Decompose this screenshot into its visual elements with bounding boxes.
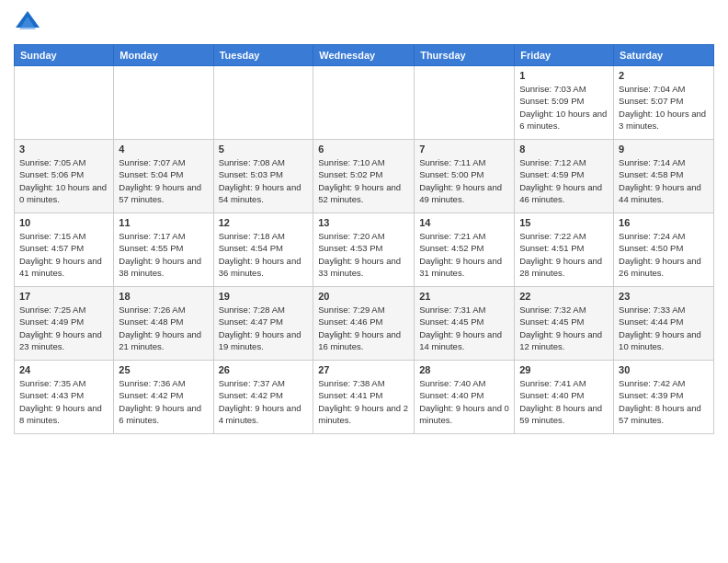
calendar-cell: 28Sunrise: 7:40 AM Sunset: 4:40 PM Dayli… (415, 361, 515, 434)
calendar: SundayMondayTuesdayWednesdayThursdayFrid… (14, 44, 714, 434)
day-info: Sunrise: 7:40 AM Sunset: 4:40 PM Dayligh… (419, 377, 509, 426)
day-info: Sunrise: 7:26 AM Sunset: 4:48 PM Dayligh… (119, 304, 208, 352)
day-number: 14 (419, 217, 509, 228)
day-number: 27 (318, 364, 409, 375)
calendar-cell: 18Sunrise: 7:26 AM Sunset: 4:48 PM Dayli… (114, 287, 213, 361)
day-info: Sunrise: 7:36 AM Sunset: 4:42 PM Dayligh… (119, 377, 208, 426)
day-number: 6 (318, 144, 409, 155)
day-info: Sunrise: 7:15 AM Sunset: 4:57 PM Dayligh… (19, 230, 108, 279)
calendar-cell: 9Sunrise: 7:14 AM Sunset: 4:58 PM Daylig… (614, 140, 714, 213)
calendar-header-row: SundayMondayTuesdayWednesdayThursdayFrid… (15, 45, 714, 66)
calendar-week-5: 24Sunrise: 7:35 AM Sunset: 4:43 PM Dayli… (15, 361, 714, 434)
day-number: 3 (19, 144, 108, 155)
logo-icon (14, 9, 41, 37)
calendar-cell: 12Sunrise: 7:18 AM Sunset: 4:54 PM Dayli… (213, 213, 313, 287)
day-number: 2 (619, 70, 709, 81)
calendar-cell (114, 66, 213, 140)
day-info: Sunrise: 7:42 AM Sunset: 4:39 PM Dayligh… (619, 377, 709, 426)
day-number: 11 (119, 217, 208, 228)
day-info: Sunrise: 7:35 AM Sunset: 4:43 PM Dayligh… (19, 377, 108, 426)
day-info: Sunrise: 7:24 AM Sunset: 4:50 PM Dayligh… (619, 230, 709, 279)
calendar-header-saturday: Saturday (614, 45, 714, 66)
day-number: 24 (19, 364, 108, 375)
calendar-week-3: 10Sunrise: 7:15 AM Sunset: 4:57 PM Dayli… (15, 213, 714, 287)
header (14, 9, 714, 37)
day-number: 22 (519, 291, 609, 302)
day-info: Sunrise: 7:32 AM Sunset: 4:45 PM Dayligh… (519, 304, 609, 352)
day-number: 16 (619, 217, 709, 228)
calendar-cell (415, 66, 515, 140)
calendar-cell: 1Sunrise: 7:03 AM Sunset: 5:09 PM Daylig… (515, 66, 614, 140)
calendar-cell: 22Sunrise: 7:32 AM Sunset: 4:45 PM Dayli… (515, 287, 614, 361)
day-info: Sunrise: 7:05 AM Sunset: 5:06 PM Dayligh… (19, 156, 108, 205)
day-info: Sunrise: 7:07 AM Sunset: 5:04 PM Dayligh… (119, 156, 208, 205)
calendar-cell: 7Sunrise: 7:11 AM Sunset: 5:00 PM Daylig… (415, 140, 515, 213)
day-info: Sunrise: 7:14 AM Sunset: 4:58 PM Dayligh… (619, 156, 709, 205)
day-info: Sunrise: 7:04 AM Sunset: 5:07 PM Dayligh… (619, 83, 709, 132)
calendar-cell: 6Sunrise: 7:10 AM Sunset: 5:02 PM Daylig… (313, 140, 415, 213)
day-number: 5 (219, 144, 309, 155)
calendar-cell: 29Sunrise: 7:41 AM Sunset: 4:40 PM Dayli… (515, 361, 614, 434)
day-number: 18 (119, 291, 208, 302)
day-number: 8 (519, 144, 609, 155)
calendar-cell (15, 66, 114, 140)
day-info: Sunrise: 7:22 AM Sunset: 4:51 PM Dayligh… (519, 230, 609, 279)
calendar-cell: 14Sunrise: 7:21 AM Sunset: 4:52 PM Dayli… (415, 213, 515, 287)
calendar-cell: 11Sunrise: 7:17 AM Sunset: 4:55 PM Dayli… (114, 213, 213, 287)
day-info: Sunrise: 7:08 AM Sunset: 5:03 PM Dayligh… (219, 156, 309, 205)
day-number: 12 (219, 217, 309, 228)
day-number: 25 (119, 364, 208, 375)
calendar-header-thursday: Thursday (415, 45, 515, 66)
calendar-cell: 16Sunrise: 7:24 AM Sunset: 4:50 PM Dayli… (614, 213, 714, 287)
day-number: 9 (619, 144, 709, 155)
calendar-cell: 4Sunrise: 7:07 AM Sunset: 5:04 PM Daylig… (114, 140, 213, 213)
calendar-cell: 8Sunrise: 7:12 AM Sunset: 4:59 PM Daylig… (515, 140, 614, 213)
calendar-cell: 17Sunrise: 7:25 AM Sunset: 4:49 PM Dayli… (15, 287, 114, 361)
calendar-header-sunday: Sunday (15, 45, 114, 66)
day-info: Sunrise: 7:18 AM Sunset: 4:54 PM Dayligh… (219, 230, 309, 279)
calendar-cell: 30Sunrise: 7:42 AM Sunset: 4:39 PM Dayli… (614, 361, 714, 434)
day-info: Sunrise: 7:03 AM Sunset: 5:09 PM Dayligh… (519, 83, 609, 132)
calendar-cell: 13Sunrise: 7:20 AM Sunset: 4:53 PM Dayli… (313, 213, 415, 287)
day-number: 26 (219, 364, 309, 375)
day-info: Sunrise: 7:20 AM Sunset: 4:53 PM Dayligh… (318, 230, 409, 279)
day-number: 10 (19, 217, 108, 228)
day-info: Sunrise: 7:31 AM Sunset: 4:45 PM Dayligh… (419, 304, 509, 352)
calendar-cell: 24Sunrise: 7:35 AM Sunset: 4:43 PM Dayli… (15, 361, 114, 434)
day-number: 29 (519, 364, 609, 375)
calendar-cell: 27Sunrise: 7:38 AM Sunset: 4:41 PM Dayli… (313, 361, 415, 434)
day-number: 21 (419, 291, 509, 302)
calendar-cell: 3Sunrise: 7:05 AM Sunset: 5:06 PM Daylig… (15, 140, 114, 213)
day-info: Sunrise: 7:41 AM Sunset: 4:40 PM Dayligh… (519, 377, 609, 426)
calendar-cell: 5Sunrise: 7:08 AM Sunset: 5:03 PM Daylig… (213, 140, 313, 213)
day-number: 7 (419, 144, 509, 155)
calendar-cell: 20Sunrise: 7:29 AM Sunset: 4:46 PM Dayli… (313, 287, 415, 361)
day-number: 13 (318, 217, 409, 228)
calendar-cell: 2Sunrise: 7:04 AM Sunset: 5:07 PM Daylig… (614, 66, 714, 140)
calendar-cell (313, 66, 415, 140)
calendar-header-monday: Monday (114, 45, 213, 66)
logo (14, 9, 45, 37)
calendar-cell: 23Sunrise: 7:33 AM Sunset: 4:44 PM Dayli… (614, 287, 714, 361)
calendar-week-2: 3Sunrise: 7:05 AM Sunset: 5:06 PM Daylig… (15, 140, 714, 213)
calendar-cell: 21Sunrise: 7:31 AM Sunset: 4:45 PM Dayli… (415, 287, 515, 361)
day-info: Sunrise: 7:29 AM Sunset: 4:46 PM Dayligh… (318, 304, 409, 352)
calendar-header-tuesday: Tuesday (213, 45, 313, 66)
calendar-week-1: 1Sunrise: 7:03 AM Sunset: 5:09 PM Daylig… (15, 66, 714, 140)
day-info: Sunrise: 7:17 AM Sunset: 4:55 PM Dayligh… (119, 230, 208, 279)
calendar-cell: 10Sunrise: 7:15 AM Sunset: 4:57 PM Dayli… (15, 213, 114, 287)
day-info: Sunrise: 7:37 AM Sunset: 4:42 PM Dayligh… (219, 377, 309, 426)
day-number: 1 (519, 70, 609, 81)
day-info: Sunrise: 7:33 AM Sunset: 4:44 PM Dayligh… (619, 304, 709, 352)
calendar-cell: 25Sunrise: 7:36 AM Sunset: 4:42 PM Dayli… (114, 361, 213, 434)
day-number: 17 (19, 291, 108, 302)
day-info: Sunrise: 7:21 AM Sunset: 4:52 PM Dayligh… (419, 230, 509, 279)
day-number: 4 (119, 144, 208, 155)
calendar-cell: 15Sunrise: 7:22 AM Sunset: 4:51 PM Dayli… (515, 213, 614, 287)
day-info: Sunrise: 7:10 AM Sunset: 5:02 PM Dayligh… (318, 156, 409, 205)
calendar-week-4: 17Sunrise: 7:25 AM Sunset: 4:49 PM Dayli… (15, 287, 714, 361)
calendar-cell (213, 66, 313, 140)
calendar-header-wednesday: Wednesday (313, 45, 415, 66)
day-number: 20 (318, 291, 409, 302)
calendar-header-friday: Friday (515, 45, 614, 66)
